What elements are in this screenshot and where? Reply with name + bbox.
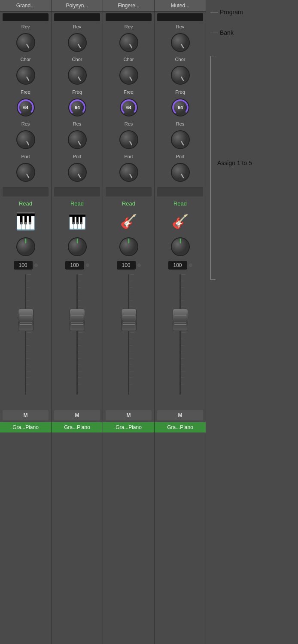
svg-point-13 [68, 34, 86, 52]
fader-track [179, 274, 181, 395]
channel-name-bar[interactable]: Gra...Piano [103, 422, 154, 432]
channel-name-bar[interactable]: Gra...Piano [155, 422, 206, 432]
mute-button[interactable]: M [157, 410, 203, 420]
fader-track-wrapper [69, 274, 86, 395]
freq-label: Freq [52, 88, 103, 95]
volume-value[interactable]: 100 [65, 261, 84, 270]
svg-text:64: 64 [74, 105, 80, 110]
res-label: Res [103, 120, 154, 127]
fader-handle[interactable] [70, 309, 85, 331]
read-button[interactable]: Read [103, 198, 154, 209]
dot-button[interactable] [189, 264, 192, 267]
dot-button[interactable] [34, 264, 38, 267]
freq-knob[interactable]: 64 [118, 97, 140, 118]
program-annotation-text: Program [220, 9, 243, 15]
svg-point-33 [120, 131, 138, 149]
res-knob[interactable] [66, 129, 88, 151]
fader-section [52, 271, 103, 408]
svg-text:64: 64 [23, 105, 28, 110]
bank-annotation: Bank [210, 29, 234, 36]
fader-track-wrapper [120, 274, 137, 395]
bank-bar[interactable] [54, 13, 100, 21]
svg-point-22 [68, 163, 86, 181]
freq-knob[interactable]: 64 [67, 97, 88, 118]
svg-text:64: 64 [126, 105, 131, 110]
rev-knob[interactable] [15, 31, 37, 54]
chor-label: Chor [0, 55, 51, 62]
port-label: Port [103, 153, 154, 159]
mute-button[interactable]: M [54, 410, 100, 420]
svg-point-39 [171, 34, 189, 52]
dot-button[interactable] [137, 264, 141, 267]
bank-bar[interactable] [3, 13, 49, 21]
svg-point-48 [171, 163, 189, 181]
read-button[interactable]: Read [155, 198, 206, 209]
svg-point-20 [68, 131, 86, 149]
volume-knob[interactable] [118, 236, 140, 258]
channel-name-bar[interactable]: Gra...Piano [52, 422, 103, 432]
chor-knob[interactable] [66, 64, 88, 86]
mute-button[interactable]: M [3, 410, 49, 420]
bank-bar[interactable] [106, 13, 152, 21]
fader-track-wrapper [17, 274, 34, 395]
channel-strip-3: Fingere... Rev Chor [103, 0, 155, 644]
fader-handle[interactable] [173, 309, 188, 331]
program-button[interactable]: Muted... [155, 0, 206, 12]
volume-knob[interactable] [15, 236, 37, 258]
divider-block [3, 187, 49, 196]
res-knob[interactable] [118, 129, 140, 151]
instrument-icon: 🎹 [64, 211, 90, 232]
freq-label: Freq [0, 88, 51, 95]
res-label: Res [52, 120, 103, 127]
program-button[interactable]: Polysyn... [52, 0, 103, 12]
rev-label: Rev [0, 23, 51, 30]
chor-label: Chor [103, 55, 154, 62]
read-button[interactable]: Read [52, 198, 103, 209]
rev-knob[interactable] [118, 31, 140, 54]
freq-knob[interactable]: 64 [15, 97, 36, 118]
volume-value[interactable]: 100 [117, 261, 136, 270]
mute-button[interactable]: M [106, 410, 152, 420]
instrument-icon: 🎸 [116, 211, 142, 232]
port-knob[interactable] [169, 161, 192, 184]
channel-name-bar[interactable]: Gra...Piano [0, 422, 51, 432]
program-button[interactable]: Fingere... [103, 0, 154, 12]
port-label: Port [0, 153, 51, 159]
read-button[interactable]: Read [0, 198, 51, 209]
port-knob[interactable] [118, 161, 140, 184]
volume-value[interactable]: 100 [168, 261, 187, 270]
program-button[interactable]: Grand... [0, 0, 51, 12]
port-knob[interactable] [66, 161, 88, 184]
fader-section [103, 271, 154, 408]
volume-knob[interactable] [169, 236, 192, 258]
assign-annotation-text: Assign 1 to 5 [217, 159, 252, 166]
value-row: 100 [0, 260, 51, 271]
bank-bar[interactable] [157, 13, 203, 21]
chor-label: Chor [52, 55, 103, 62]
freq-label: Freq [155, 88, 206, 95]
volume-knob[interactable] [66, 236, 88, 258]
freq-knob[interactable]: 64 [170, 97, 191, 118]
svg-point-41 [171, 66, 189, 84]
value-row: 100 [155, 260, 206, 271]
fader-handle[interactable] [121, 309, 137, 331]
rev-knob[interactable] [169, 31, 192, 54]
res-knob[interactable] [15, 129, 37, 151]
chor-knob[interactable] [118, 64, 140, 86]
divider-block [54, 187, 100, 196]
port-knob[interactable] [15, 161, 37, 184]
chor-knob[interactable] [169, 64, 192, 86]
value-row: 100 [52, 260, 103, 271]
res-knob[interactable] [169, 129, 192, 151]
dot-button[interactable] [86, 264, 89, 267]
chor-knob[interactable] [15, 64, 37, 86]
port-label: Port [155, 153, 206, 159]
svg-point-9 [17, 163, 35, 181]
svg-point-0 [17, 34, 35, 52]
svg-point-2 [17, 66, 35, 84]
instrument-icon: 🎸 [167, 211, 193, 232]
rev-knob[interactable] [66, 31, 88, 54]
fader-handle[interactable] [18, 309, 33, 331]
fader-track-wrapper [172, 274, 189, 395]
volume-value[interactable]: 100 [14, 261, 33, 270]
